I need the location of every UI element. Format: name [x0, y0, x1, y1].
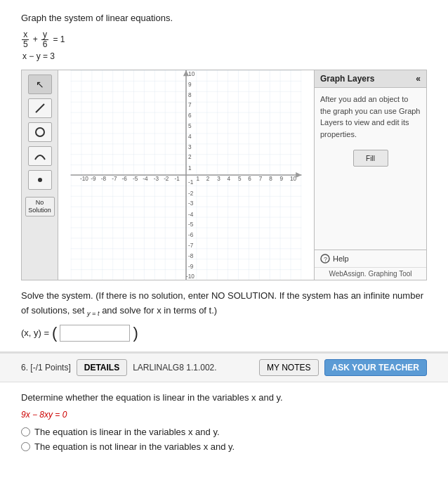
webassign-label: WebAssign. Graphing Tool — [315, 267, 426, 280]
svg-text:-10: -10 — [80, 176, 88, 182]
svg-text:10: 10 — [188, 71, 195, 77]
answer-label: (x, y) = — [21, 328, 49, 338]
equation-block: x 5 + y 6 = 1 x − y = 3 — [21, 27, 427, 64]
svg-text:2: 2 — [188, 155, 192, 161]
svg-text:3: 3 — [217, 176, 220, 182]
svg-text:4: 4 — [188, 134, 192, 140]
svg-text:-3: -3 — [154, 176, 159, 182]
graph-toolbar: ↖ No Solution — [22, 70, 58, 280]
y-equals-t: y = t — [87, 306, 100, 315]
graph-canvas-area[interactable]: 10 9 8 7 6 5 4 3 2 1 -1 -2 -3 -4 -5 -6 -… — [58, 70, 314, 280]
problem6-content: Determine whether the equation is linear… — [0, 382, 448, 468]
option1-label: The equation is linear in the variables … — [34, 427, 220, 437]
graph-layers-collapse-btn[interactable]: « — [416, 74, 421, 84]
svg-text:?: ? — [324, 256, 327, 263]
point-icon — [34, 174, 46, 186]
graph-layers-desc: After you add an object to the graph you… — [320, 93, 421, 140]
graph-layers-header: Graph Layers « — [315, 70, 426, 88]
problem6-points: 6. [-/1 Points] — [21, 363, 71, 373]
option1-radio[interactable] — [21, 427, 30, 436]
select-tool-btn[interactable]: ↖ — [28, 75, 52, 94]
point-tool-btn[interactable] — [28, 170, 52, 190]
svg-text:9: 9 — [188, 82, 192, 88]
line-tool-btn[interactable] — [28, 98, 52, 118]
problem5-container: Graph the system of linear equations. x … — [0, 0, 448, 342]
eq1-frac2: y 6 — [41, 30, 49, 49]
svg-text:-7: -7 — [112, 176, 117, 182]
circle-icon — [34, 126, 46, 138]
option2-row: The equation is not linear in the variab… — [21, 441, 427, 452]
svg-text:1: 1 — [196, 176, 199, 182]
svg-text:4: 4 — [228, 176, 231, 182]
svg-text:-1: -1 — [188, 180, 194, 186]
svg-point-1 — [36, 128, 44, 136]
svg-text:-5: -5 — [188, 221, 194, 228]
svg-text:2: 2 — [206, 176, 210, 182]
details-btn[interactable]: DETAILS — [77, 359, 127, 376]
help-btn[interactable]: ? Help — [315, 250, 426, 267]
svg-text:-3: -3 — [188, 200, 194, 207]
svg-text:5: 5 — [238, 176, 242, 182]
svg-text:1: 1 — [188, 165, 192, 171]
problem5-title: Graph the system of linear equations. — [21, 13, 427, 23]
svg-text:-10: -10 — [186, 273, 195, 280]
eq1-frac1: x 5 — [22, 30, 29, 49]
option2-label: The equation is not linear in the variab… — [34, 441, 235, 452]
svg-text:10: 10 — [290, 176, 297, 182]
svg-text:-6: -6 — [122, 176, 128, 182]
svg-text:-7: -7 — [188, 242, 194, 249]
svg-text:-9: -9 — [188, 264, 194, 270]
svg-text:5: 5 — [188, 123, 192, 129]
option2-radio[interactable] — [21, 442, 30, 451]
open-paren: ( — [52, 325, 57, 341]
svg-text:3: 3 — [188, 144, 192, 150]
svg-text:8: 8 — [269, 176, 272, 182]
svg-text:6: 6 — [248, 176, 251, 182]
svg-text:-8: -8 — [101, 176, 107, 182]
eq2-text: x − y = 3 — [22, 51, 55, 61]
answer-line: (x, y) = ( ) — [21, 325, 427, 342]
svg-text:9: 9 — [280, 176, 284, 182]
graph-svg: 10 9 8 7 6 5 4 3 2 1 -1 -2 -3 -4 -5 -6 -… — [58, 70, 314, 280]
svg-text:-9: -9 — [91, 176, 96, 182]
svg-text:7: 7 — [188, 103, 192, 109]
graph-right-panel: Graph Layers « After you add an object t… — [314, 70, 426, 280]
option1-row: The equation is linear in the variables … — [21, 427, 427, 437]
fill-btn[interactable]: Fill — [353, 150, 388, 167]
svg-text:-2: -2 — [188, 190, 194, 197]
help-icon: ? — [320, 254, 330, 264]
eq1-fraction: x 5 + y 6 = 1 — [21, 30, 65, 49]
curve-icon — [34, 150, 46, 162]
svg-text:-8: -8 — [188, 253, 194, 259]
ask-teacher-btn[interactable]: ASK YOUR TEACHER — [324, 359, 427, 376]
problem6-bar: 6. [-/1 Points] DETAILS LARLINALG8 1.1.0… — [0, 352, 448, 382]
graph-layers-body: After you add an object to the graph you… — [315, 88, 426, 145]
curve-tool-btn[interactable] — [28, 146, 52, 166]
svg-text:8: 8 — [188, 92, 192, 98]
problem6-equation: 9x − 8xy = 0 — [21, 410, 427, 420]
svg-text:-2: -2 — [164, 176, 169, 182]
svg-text:6: 6 — [188, 112, 192, 119]
svg-text:-6: -6 — [188, 233, 194, 239]
svg-text:7: 7 — [259, 176, 263, 182]
problem6-code: LARLINALG8 1.1.002. — [133, 363, 253, 373]
solve-text: Solve the system. (If there is no soluti… — [21, 289, 427, 319]
svg-line-0 — [36, 104, 44, 112]
svg-text:-4: -4 — [143, 176, 148, 182]
svg-text:-4: -4 — [188, 212, 194, 218]
problem6-desc: Determine whether the equation is linear… — [21, 391, 427, 405]
no-solution-btn[interactable]: No Solution — [25, 197, 55, 216]
svg-text:-5: -5 — [133, 176, 138, 182]
graph-layers-title: Graph Layers — [320, 74, 374, 84]
my-notes-btn[interactable]: MY NOTES — [259, 359, 318, 376]
circle-tool-btn[interactable] — [28, 122, 52, 142]
graph-outer: ↖ No Solution — [21, 70, 427, 280]
svg-text:-1: -1 — [175, 176, 180, 182]
close-paren: ) — [133, 325, 138, 341]
line-icon — [34, 102, 46, 115]
answer-input[interactable] — [60, 325, 130, 342]
svg-point-2 — [38, 178, 42, 182]
